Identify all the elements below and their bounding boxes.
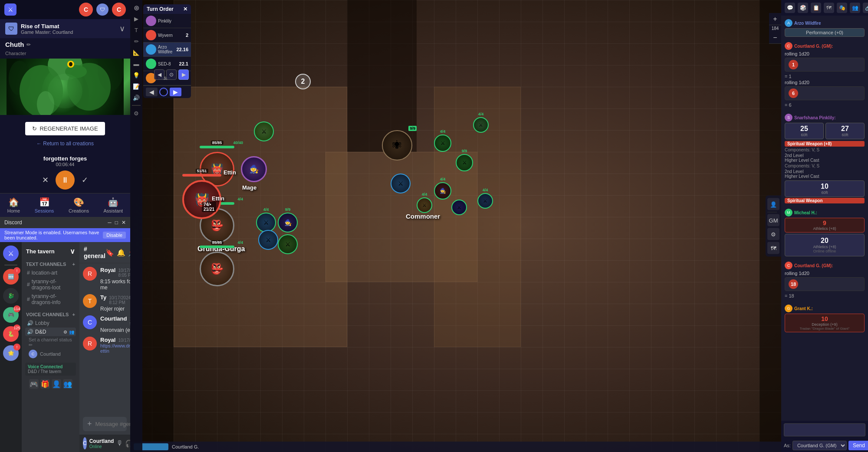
gift-icon[interactable]: 🎁 <box>40 379 50 389</box>
chat-icon-2[interactable]: 🎲 <box>798 3 808 13</box>
token-far-right-2[interactable]: ⚔ 9/9 <box>456 154 473 171</box>
send-button[interactable]: Send <box>848 441 868 450</box>
collapse-button[interactable]: ∨ <box>119 24 125 33</box>
token-far-5[interactable]: ⚔ 4/4 <box>417 197 432 213</box>
as-select[interactable]: Courtland G. (GM) <box>792 441 847 450</box>
wall-tool[interactable]: ▬ <box>132 59 141 69</box>
server-icon-2[interactable]: 🐉 <box>3 288 19 304</box>
server-icon-main[interactable]: ⚔ <box>3 246 19 261</box>
token-player-bot-3[interactable]: ⚔ <box>258 230 278 250</box>
action-prev[interactable]: ◀ <box>154 69 164 80</box>
turn-center-btn[interactable]: ◎ <box>159 88 168 96</box>
add-voice-icon[interactable]: + <box>72 312 75 317</box>
prev-turn-btn[interactable]: ◀ <box>146 88 158 96</box>
nav-sessions[interactable]: 📅 Sessions <box>35 197 54 213</box>
light-tool[interactable]: 💡 <box>132 70 141 80</box>
token-player-bot-2[interactable]: 🧙 9/9 <box>278 213 298 233</box>
draw-tool[interactable]: ✏ <box>132 36 141 46</box>
action-center[interactable]: ⊙ <box>166 69 177 80</box>
token-player-1[interactable]: ⚔ <box>254 121 274 141</box>
zoom-in-btn[interactable]: + <box>769 13 781 25</box>
stop-button[interactable]: ✕ <box>42 175 49 185</box>
headset-icon[interactable]: 🎧 <box>125 439 130 448</box>
token-tool[interactable]: T <box>132 25 141 35</box>
server-icon-4[interactable]: 🐍 125 <box>3 326 19 342</box>
token-player-far[interactable]: ⚔ <box>391 174 411 193</box>
action-next[interactable]: ▶ <box>178 69 189 80</box>
profile-icon[interactable]: 👤 <box>52 379 61 389</box>
layer-tokens[interactable]: 👤 <box>767 198 779 210</box>
token-far-right-1[interactable]: ⚔ 4/4 <box>434 134 451 152</box>
text-channels-header[interactable]: TEXT CHANNELS + <box>25 260 76 269</box>
zoom-out-btn[interactable]: − <box>769 32 781 44</box>
chat-text-input[interactable] <box>784 423 865 436</box>
character-edit-icon[interactable]: ✏ <box>26 42 31 48</box>
map-container[interactable]: ◎ ▶ T ✏ 📐 ▬ 💡 📝 🔊 ⚙ Turn Order ✕ <box>130 0 781 452</box>
nav-home[interactable]: 🏠 Home <box>7 197 20 213</box>
note-tool[interactable]: 📝 <box>132 82 141 91</box>
token-mage[interactable]: 🧙 <box>241 156 267 182</box>
layer-gm[interactable]: GM <box>767 214 779 226</box>
members-icon[interactable]: 👥 <box>63 379 72 389</box>
server-icon-5[interactable]: 🌟 ! <box>3 345 19 361</box>
turn-order-close[interactable]: ✕ <box>183 6 187 12</box>
disable-streamer-button[interactable]: Disable <box>103 232 126 239</box>
layer-settings2[interactable]: ⚙ <box>767 228 779 240</box>
pause-button[interactable]: ⏸ <box>56 170 75 190</box>
move-tool[interactable]: ▶ <box>132 14 141 23</box>
mic-icon[interactable]: 🎙 <box>116 439 123 448</box>
token-far-7[interactable]: ⚔ 4/4 <box>477 193 493 209</box>
check-button[interactable]: ✓ <box>82 175 88 185</box>
minimize-button[interactable]: ─ <box>108 219 112 226</box>
token-spider[interactable]: 🕷 9/9 <box>382 130 412 160</box>
chat-icon-6[interactable]: 👥 <box>850 3 860 13</box>
maximize-button[interactable]: □ <box>115 219 118 226</box>
return-link[interactable]: ← Return to all creations <box>3 139 127 148</box>
chat-pinklily-row: S Snarfshana Pinklily: <box>785 114 865 121</box>
chat-icon-1[interactable]: 💬 <box>785 3 795 13</box>
music-title: forgotten forges <box>5 155 125 162</box>
channel-dnd[interactable]: 🔊 D&D ⚙ 👥 <box>25 328 76 336</box>
token-grunda-lower[interactable]: 👺 85/85 4/4 <box>200 252 234 286</box>
campaign-name: Rise of Tiamat <box>21 23 73 29</box>
voice-channels-header[interactable]: VOICE CHANNELS + <box>25 310 76 319</box>
measure-tool[interactable]: 📐 <box>132 48 141 57</box>
channel-users-icon[interactable]: 👥 <box>69 330 74 334</box>
select-tool[interactable]: ◎ <box>132 3 141 12</box>
chat-icon-4[interactable]: 🗺 <box>824 3 834 13</box>
channel-location-art[interactable]: # location-art <box>25 269 76 277</box>
chat-icon-7[interactable]: 🔗 <box>863 3 868 13</box>
channel-lobby[interactable]: 🔊 Lobby <box>25 319 76 328</box>
channel-settings-icon[interactable]: ⚙ <box>63 330 67 334</box>
close-button[interactable]: ✕ <box>122 219 126 226</box>
channel-tyranny-info[interactable]: # tyranny-of-dragons-info <box>25 292 76 307</box>
token-player-bot-4[interactable]: ⚔ <box>278 234 298 254</box>
nav-creations[interactable]: 🎨 Creations <box>69 197 89 213</box>
message-input[interactable] <box>95 421 130 427</box>
nav-assistant[interactable]: 🤖 Assistant <box>104 197 123 213</box>
turn-item-wyvern[interactable]: Wyvern 2 <box>143 28 191 43</box>
notification-icon[interactable]: 🔔 <box>117 249 125 257</box>
channel-tyranny-loot[interactable]: # tyranny-of-dragons-loot <box>25 277 76 292</box>
server-icon-1[interactable]: 🆕 ! <box>3 269 19 285</box>
activity-icon[interactable]: 🎮 <box>29 379 39 389</box>
next-turn-btn[interactable]: ▶ <box>170 88 181 96</box>
chat-icon-5[interactable]: 🎭 <box>837 3 847 13</box>
turn-item-pinklily[interactable]: Pinklily <box>143 14 191 28</box>
msg-link-1[interactable]: https://www.dndbeyond.com/monsters/16860… <box>100 343 130 354</box>
attach-icon[interactable]: + <box>87 419 92 429</box>
settings-vtt-icon[interactable]: ⚙ <box>132 108 141 118</box>
server-icon-3[interactable]: 🎮 114 <box>3 307 19 323</box>
token-far-right-3[interactable]: 🧙 4/4 <box>434 182 451 200</box>
token-far-6[interactable]: ⚔ 4/4 <box>473 117 489 133</box>
chat-icon-3[interactable]: 📋 <box>811 3 821 13</box>
add-channel-icon[interactable]: + <box>72 262 75 267</box>
turn-item-arzo[interactable]: Arzo Wildfire 22.16 <box>143 43 191 57</box>
token-far-4[interactable]: ⚔ <box>451 200 467 215</box>
sound-tool[interactable]: 🔊 <box>132 93 141 102</box>
server-name[interactable]: The tavern ∨ <box>25 246 76 257</box>
chat-header-icons: 💬 🎲 📋 🗺 🎭 👥 🔗 ⚙ <box>785 3 868 13</box>
thread-icon[interactable]: 🔖 <box>105 249 114 257</box>
layer-map[interactable]: 🗺 <box>767 242 779 254</box>
regenerate-button[interactable]: ↻ REGENERATE IMAGE <box>25 122 105 135</box>
